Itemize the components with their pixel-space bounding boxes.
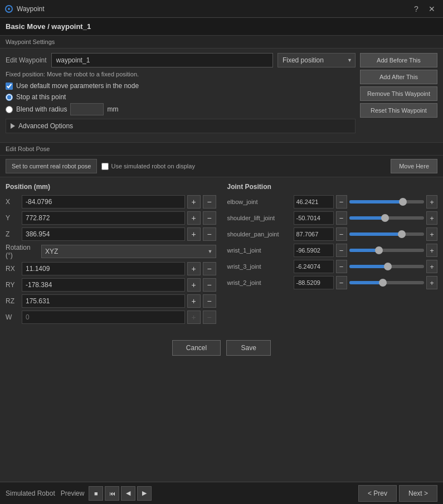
rz-plus-button[interactable]: + <box>187 294 201 308</box>
wrist1-minus-button[interactable]: − <box>336 244 347 257</box>
rx-input[interactable] <box>22 262 185 275</box>
field-row-y: Y + − <box>6 211 216 225</box>
x-input[interactable] <box>22 195 185 209</box>
elbow-joint-input[interactable] <box>294 195 334 209</box>
fixed-position-select[interactable]: Fixed position <box>278 53 356 67</box>
wrist1-label: wrist_1_joint <box>227 247 291 254</box>
stop-at-point-radio[interactable] <box>6 94 13 101</box>
shoulder-pan-plus-button[interactable]: + <box>426 227 437 241</box>
field-row-w: W + − <box>6 311 216 324</box>
blend-row: Blend with radius mm <box>6 103 356 115</box>
blend-input[interactable] <box>70 103 104 115</box>
use-simulated-checkbox[interactable] <box>101 163 109 170</box>
advanced-options-arrow <box>11 123 15 129</box>
breadcrumb: Basic Move / waypoint_1 <box>0 18 443 35</box>
ry-minus-button[interactable]: − <box>203 278 216 292</box>
joint-title: Joint Position <box>227 183 438 191</box>
waypoint-name-input[interactable] <box>51 53 273 67</box>
edit-robot-pose-header: Edit Robot Pose <box>0 142 443 156</box>
skip-back-button[interactable]: ⏮ <box>105 486 119 501</box>
rz-minus-button[interactable]: − <box>203 294 216 308</box>
bottom-bar: Simulated Robot Preview ■ ⏮ ◀ ▶ < Prev N… <box>0 482 443 504</box>
shoulder-lift-slider[interactable] <box>349 216 425 220</box>
save-button[interactable]: Save <box>226 340 271 356</box>
wrist3-plus-button[interactable]: + <box>426 260 437 273</box>
rx-label: RX <box>6 265 20 273</box>
field-row-rx: RX + − <box>6 262 216 275</box>
joint-row-wrist1: wrist_1_joint − + <box>227 244 438 257</box>
x-plus-button[interactable]: + <box>187 195 201 209</box>
rx-plus-button[interactable]: + <box>187 262 201 275</box>
close-button[interactable]: ✕ <box>425 2 439 16</box>
wrist3-input[interactable] <box>294 260 334 273</box>
prev-button[interactable]: < Prev <box>358 485 397 502</box>
svg-point-1 <box>8 8 10 10</box>
title-bar: Waypoint ? ✕ <box>0 0 443 18</box>
z-input[interactable] <box>22 227 185 241</box>
wrist1-slider[interactable] <box>349 249 425 252</box>
position-section: Position (mm) X + − Y + − Z + − Rotation… <box>6 183 216 327</box>
wrist2-minus-button[interactable]: − <box>336 276 347 289</box>
field-row-ry: RY + − <box>6 278 216 292</box>
blend-radius-radio[interactable] <box>6 106 13 113</box>
next-button[interactable]: Next > <box>399 485 437 502</box>
stop-at-point-label: Stop at this point <box>16 93 66 101</box>
w-plus-button[interactable]: + <box>187 311 201 324</box>
field-row-z: Z + − <box>6 227 216 241</box>
shoulder-lift-minus-button[interactable]: − <box>336 211 347 225</box>
waypoint-icon <box>4 4 13 13</box>
elbow-plus-button[interactable]: + <box>426 195 437 209</box>
ry-input[interactable] <box>22 278 185 292</box>
rz-input[interactable] <box>22 294 185 308</box>
pose-content: Position (mm) X + − Y + − Z + − Rotation… <box>0 177 443 332</box>
z-plus-button[interactable]: + <box>187 227 201 241</box>
rx-minus-button[interactable]: − <box>203 262 216 275</box>
elbow-minus-button[interactable]: − <box>336 195 347 209</box>
reset-waypoint-button[interactable]: Reset This Waypoint <box>360 103 437 118</box>
stop-button[interactable]: ■ <box>89 486 103 501</box>
remove-waypoint-button[interactable]: Remove This Waypoint <box>360 86 437 101</box>
w-minus-button[interactable]: − <box>203 311 216 324</box>
play-forward-button[interactable]: ▶ <box>137 486 152 501</box>
add-before-button[interactable]: Add Before This <box>360 53 437 67</box>
y-input[interactable] <box>22 211 185 225</box>
wrist3-minus-button[interactable]: − <box>336 260 347 273</box>
cancel-button[interactable]: Cancel <box>172 340 221 356</box>
shoulder-pan-label: shoulder_pan_joint <box>227 231 291 238</box>
shoulder-lift-plus-button[interactable]: + <box>426 211 437 225</box>
x-minus-button[interactable]: − <box>203 195 216 209</box>
add-after-button[interactable]: Add After This <box>360 70 437 84</box>
blend-radius-label: Blend with radius <box>16 105 67 113</box>
wrist3-slider[interactable] <box>349 265 425 268</box>
help-button[interactable]: ? <box>410 2 423 16</box>
z-minus-button[interactable]: − <box>203 227 216 241</box>
wrist2-plus-button[interactable]: + <box>426 276 437 289</box>
wrist1-plus-button[interactable]: + <box>426 244 437 257</box>
w-input[interactable] <box>22 311 185 324</box>
set-pose-button[interactable]: Set to current real robot pose <box>6 159 97 173</box>
shoulder-lift-input[interactable] <box>294 211 334 225</box>
y-minus-button[interactable]: − <box>203 211 216 225</box>
wrist1-input[interactable] <box>294 244 334 257</box>
shoulder-pan-minus-button[interactable]: − <box>336 227 347 241</box>
wrist2-label: wrist_2_joint <box>227 279 291 286</box>
shoulder-pan-slider[interactable] <box>349 232 425 236</box>
transport-buttons: ■ ⏮ ◀ ▶ <box>89 486 152 501</box>
ry-plus-button[interactable]: + <box>187 278 201 292</box>
play-back-button[interactable]: ◀ <box>121 486 135 501</box>
waypoint-action-buttons: Add Before This Add After This Remove Th… <box>360 53 437 118</box>
elbow-slider[interactable] <box>349 200 425 203</box>
pose-toolbar: Set to current real robot pose Use simul… <box>0 156 443 177</box>
rotation-mode-select[interactable]: XYZ <box>41 245 216 258</box>
shoulder-pan-input[interactable] <box>294 227 334 241</box>
advanced-options-toggle[interactable]: Advanced Options <box>6 119 356 133</box>
use-default-checkbox[interactable] <box>6 83 13 90</box>
wrist2-slider[interactable] <box>349 281 425 284</box>
y-plus-button[interactable]: + <box>187 211 201 225</box>
wrist2-input[interactable] <box>294 276 334 289</box>
rotation-row: Rotation (°) XYZ <box>6 244 216 259</box>
move-here-button[interactable]: Move Here <box>391 159 437 173</box>
nav-buttons: < Prev Next > <box>358 485 437 502</box>
x-label: X <box>6 198 20 206</box>
advanced-options-label: Advanced Options <box>18 122 73 130</box>
